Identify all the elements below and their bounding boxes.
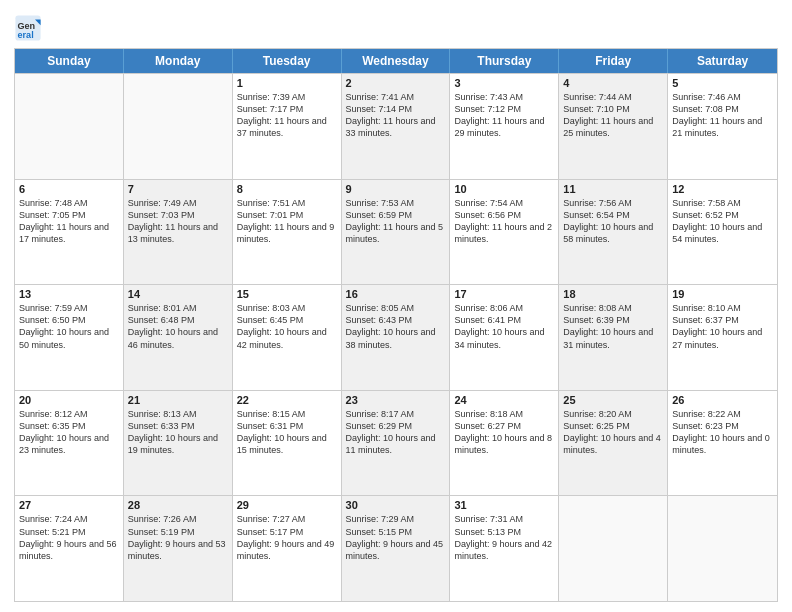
- calendar-cell: 6Sunrise: 7:48 AMSunset: 7:05 PMDaylight…: [15, 180, 124, 285]
- calendar-row: 20Sunrise: 8:12 AMSunset: 6:35 PMDayligh…: [15, 390, 777, 496]
- cell-details: Sunrise: 8:10 AMSunset: 6:37 PMDaylight:…: [672, 302, 773, 351]
- calendar-cell: 15Sunrise: 8:03 AMSunset: 6:45 PMDayligh…: [233, 285, 342, 390]
- calendar-cell: 12Sunrise: 7:58 AMSunset: 6:52 PMDayligh…: [668, 180, 777, 285]
- calendar-cell: 5Sunrise: 7:46 AMSunset: 7:08 PMDaylight…: [668, 74, 777, 179]
- cell-details: Sunrise: 7:29 AMSunset: 5:15 PMDaylight:…: [346, 513, 446, 562]
- calendar-body: 1Sunrise: 7:39 AMSunset: 7:17 PMDaylight…: [15, 73, 777, 601]
- calendar-cell: 27Sunrise: 7:24 AMSunset: 5:21 PMDayligh…: [15, 496, 124, 601]
- day-number: 23: [346, 394, 446, 406]
- day-number: 6: [19, 183, 119, 195]
- cell-details: Sunrise: 7:51 AMSunset: 7:01 PMDaylight:…: [237, 197, 337, 246]
- cell-details: Sunrise: 7:24 AMSunset: 5:21 PMDaylight:…: [19, 513, 119, 562]
- calendar-cell: 1Sunrise: 7:39 AMSunset: 7:17 PMDaylight…: [233, 74, 342, 179]
- logo-icon: Gen eral: [14, 14, 42, 42]
- svg-text:eral: eral: [18, 30, 34, 40]
- calendar-cell: 18Sunrise: 8:08 AMSunset: 6:39 PMDayligh…: [559, 285, 668, 390]
- calendar-cell: 26Sunrise: 8:22 AMSunset: 6:23 PMDayligh…: [668, 391, 777, 496]
- calendar-cell: 17Sunrise: 8:06 AMSunset: 6:41 PMDayligh…: [450, 285, 559, 390]
- cell-details: Sunrise: 8:20 AMSunset: 6:25 PMDaylight:…: [563, 408, 663, 457]
- calendar-cell: 21Sunrise: 8:13 AMSunset: 6:33 PMDayligh…: [124, 391, 233, 496]
- calendar-cell: 4Sunrise: 7:44 AMSunset: 7:10 PMDaylight…: [559, 74, 668, 179]
- calendar-cell: 19Sunrise: 8:10 AMSunset: 6:37 PMDayligh…: [668, 285, 777, 390]
- cell-details: Sunrise: 7:58 AMSunset: 6:52 PMDaylight:…: [672, 197, 773, 246]
- calendar: SundayMondayTuesdayWednesdayThursdayFrid…: [14, 48, 778, 602]
- calendar-cell: 28Sunrise: 7:26 AMSunset: 5:19 PMDayligh…: [124, 496, 233, 601]
- calendar-cell: 25Sunrise: 8:20 AMSunset: 6:25 PMDayligh…: [559, 391, 668, 496]
- cell-details: Sunrise: 7:27 AMSunset: 5:17 PMDaylight:…: [237, 513, 337, 562]
- calendar-row: 13Sunrise: 7:59 AMSunset: 6:50 PMDayligh…: [15, 284, 777, 390]
- cell-details: Sunrise: 8:18 AMSunset: 6:27 PMDaylight:…: [454, 408, 554, 457]
- calendar-cell: 20Sunrise: 8:12 AMSunset: 6:35 PMDayligh…: [15, 391, 124, 496]
- day-number: 9: [346, 183, 446, 195]
- calendar-cell: 23Sunrise: 8:17 AMSunset: 6:29 PMDayligh…: [342, 391, 451, 496]
- weekday-header: Sunday: [15, 49, 124, 73]
- calendar-cell: 22Sunrise: 8:15 AMSunset: 6:31 PMDayligh…: [233, 391, 342, 496]
- calendar-cell: [124, 74, 233, 179]
- calendar-row: 1Sunrise: 7:39 AMSunset: 7:17 PMDaylight…: [15, 73, 777, 179]
- day-number: 1: [237, 77, 337, 89]
- day-number: 10: [454, 183, 554, 195]
- cell-details: Sunrise: 8:15 AMSunset: 6:31 PMDaylight:…: [237, 408, 337, 457]
- calendar-header: SundayMondayTuesdayWednesdayThursdayFrid…: [15, 49, 777, 73]
- day-number: 27: [19, 499, 119, 511]
- cell-details: Sunrise: 7:54 AMSunset: 6:56 PMDaylight:…: [454, 197, 554, 246]
- day-number: 21: [128, 394, 228, 406]
- cell-details: Sunrise: 7:53 AMSunset: 6:59 PMDaylight:…: [346, 197, 446, 246]
- calendar-cell: 13Sunrise: 7:59 AMSunset: 6:50 PMDayligh…: [15, 285, 124, 390]
- weekday-header: Monday: [124, 49, 233, 73]
- cell-details: Sunrise: 8:01 AMSunset: 6:48 PMDaylight:…: [128, 302, 228, 351]
- cell-details: Sunrise: 8:22 AMSunset: 6:23 PMDaylight:…: [672, 408, 773, 457]
- calendar-cell: 16Sunrise: 8:05 AMSunset: 6:43 PMDayligh…: [342, 285, 451, 390]
- cell-details: Sunrise: 7:59 AMSunset: 6:50 PMDaylight:…: [19, 302, 119, 351]
- cell-details: Sunrise: 7:31 AMSunset: 5:13 PMDaylight:…: [454, 513, 554, 562]
- calendar-cell: 7Sunrise: 7:49 AMSunset: 7:03 PMDaylight…: [124, 180, 233, 285]
- calendar-cell: 8Sunrise: 7:51 AMSunset: 7:01 PMDaylight…: [233, 180, 342, 285]
- day-number: 4: [563, 77, 663, 89]
- calendar-cell: 31Sunrise: 7:31 AMSunset: 5:13 PMDayligh…: [450, 496, 559, 601]
- day-number: 8: [237, 183, 337, 195]
- day-number: 31: [454, 499, 554, 511]
- calendar-cell: 9Sunrise: 7:53 AMSunset: 6:59 PMDaylight…: [342, 180, 451, 285]
- day-number: 19: [672, 288, 773, 300]
- cell-details: Sunrise: 7:39 AMSunset: 7:17 PMDaylight:…: [237, 91, 337, 140]
- weekday-header: Friday: [559, 49, 668, 73]
- calendar-cell: 30Sunrise: 7:29 AMSunset: 5:15 PMDayligh…: [342, 496, 451, 601]
- day-number: 14: [128, 288, 228, 300]
- day-number: 29: [237, 499, 337, 511]
- calendar-cell: 24Sunrise: 8:18 AMSunset: 6:27 PMDayligh…: [450, 391, 559, 496]
- cell-details: Sunrise: 7:44 AMSunset: 7:10 PMDaylight:…: [563, 91, 663, 140]
- cell-details: Sunrise: 8:13 AMSunset: 6:33 PMDaylight:…: [128, 408, 228, 457]
- weekday-header: Thursday: [450, 49, 559, 73]
- day-number: 25: [563, 394, 663, 406]
- calendar-cell: [559, 496, 668, 601]
- day-number: 12: [672, 183, 773, 195]
- calendar-cell: 3Sunrise: 7:43 AMSunset: 7:12 PMDaylight…: [450, 74, 559, 179]
- page: Gen eral SundayMondayTuesdayWednesdayThu…: [0, 0, 792, 612]
- calendar-cell: [668, 496, 777, 601]
- cell-details: Sunrise: 7:56 AMSunset: 6:54 PMDaylight:…: [563, 197, 663, 246]
- calendar-cell: 2Sunrise: 7:41 AMSunset: 7:14 PMDaylight…: [342, 74, 451, 179]
- day-number: 28: [128, 499, 228, 511]
- calendar-cell: [15, 74, 124, 179]
- day-number: 26: [672, 394, 773, 406]
- cell-details: Sunrise: 7:49 AMSunset: 7:03 PMDaylight:…: [128, 197, 228, 246]
- day-number: 17: [454, 288, 554, 300]
- day-number: 22: [237, 394, 337, 406]
- calendar-row: 27Sunrise: 7:24 AMSunset: 5:21 PMDayligh…: [15, 495, 777, 601]
- calendar-cell: 10Sunrise: 7:54 AMSunset: 6:56 PMDayligh…: [450, 180, 559, 285]
- day-number: 7: [128, 183, 228, 195]
- header: Gen eral: [14, 10, 778, 42]
- cell-details: Sunrise: 7:48 AMSunset: 7:05 PMDaylight:…: [19, 197, 119, 246]
- day-number: 3: [454, 77, 554, 89]
- logo: Gen eral: [14, 14, 44, 42]
- day-number: 18: [563, 288, 663, 300]
- calendar-cell: 14Sunrise: 8:01 AMSunset: 6:48 PMDayligh…: [124, 285, 233, 390]
- day-number: 15: [237, 288, 337, 300]
- day-number: 16: [346, 288, 446, 300]
- cell-details: Sunrise: 8:05 AMSunset: 6:43 PMDaylight:…: [346, 302, 446, 351]
- day-number: 24: [454, 394, 554, 406]
- cell-details: Sunrise: 8:06 AMSunset: 6:41 PMDaylight:…: [454, 302, 554, 351]
- calendar-row: 6Sunrise: 7:48 AMSunset: 7:05 PMDaylight…: [15, 179, 777, 285]
- cell-details: Sunrise: 7:41 AMSunset: 7:14 PMDaylight:…: [346, 91, 446, 140]
- day-number: 30: [346, 499, 446, 511]
